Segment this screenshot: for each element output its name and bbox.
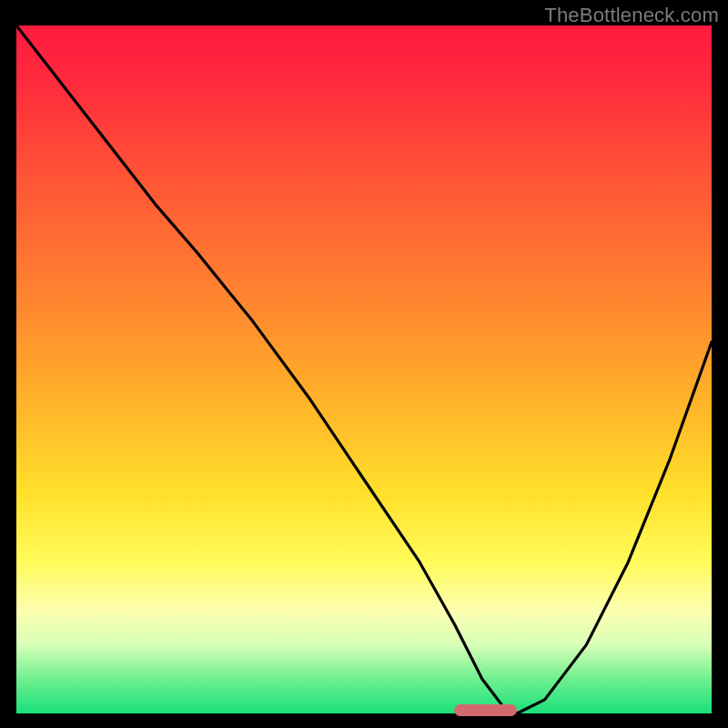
- chart-frame: [16, 25, 712, 713]
- bottleneck-curve: [16, 25, 712, 713]
- chart-line-svg: [16, 25, 712, 713]
- optimal-range-marker: [454, 704, 517, 716]
- watermark-text: TheBottleneck.com: [544, 4, 719, 27]
